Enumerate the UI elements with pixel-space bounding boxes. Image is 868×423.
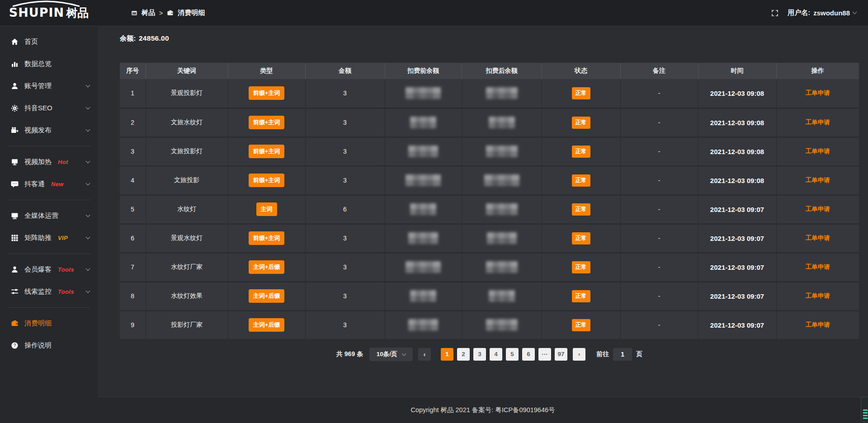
- work-order-link[interactable]: 工单申请: [806, 177, 830, 183]
- action-cell: 工单申请: [776, 253, 859, 282]
- sidebar-item[interactable]: 账号管理: [0, 75, 98, 97]
- table-header-cell: 扣费前余额: [385, 63, 462, 79]
- page-button[interactable]: 1: [441, 348, 453, 361]
- balance-before-cell: [385, 195, 462, 224]
- sidebar-item[interactable]: 视频发布: [0, 119, 98, 141]
- prev-page-button[interactable]: ‹: [418, 348, 431, 361]
- table-header-row: 序号关键词类型金额扣费前余额扣费后余额状态备注时间操作: [120, 63, 859, 79]
- goto-page-input[interactable]: [613, 348, 632, 361]
- table-header-cell: 关键词: [146, 63, 228, 79]
- type-cell: 主词+后缀: [228, 253, 305, 282]
- work-order-link[interactable]: 工单申请: [806, 206, 830, 212]
- type-badge: 主词+后缀: [249, 289, 285, 303]
- balance-value: 24856.00: [139, 34, 169, 42]
- sidebar-item[interactable]: 数据总览: [0, 53, 98, 75]
- sliders-icon: [11, 288, 19, 296]
- module-icon: [131, 10, 137, 16]
- masked-balance-after: [489, 117, 515, 128]
- table-header-cell: 操作: [776, 63, 859, 79]
- status-badge: 正常: [572, 146, 590, 158]
- time-cell: 2021-12-03 09:08: [698, 79, 776, 108]
- breadcrumb-root[interactable]: 树品: [142, 9, 155, 17]
- time-cell: 2021-12-03 09:07: [698, 195, 776, 224]
- widget-bars-icon: [863, 409, 868, 419]
- breadcrumb-current[interactable]: 消费明细: [178, 9, 205, 17]
- masked-balance-after: [489, 290, 515, 302]
- type-cell: 主词+后缀: [228, 282, 305, 310]
- amount-cell: 3: [305, 166, 385, 195]
- wallet-icon: [167, 9, 174, 16]
- work-order-link[interactable]: 工单申请: [806, 148, 830, 155]
- note-cell: -: [620, 195, 698, 224]
- page-button[interactable]: 97: [555, 348, 567, 361]
- work-order-link[interactable]: 工单申请: [806, 292, 830, 299]
- status-badge: 正常: [572, 117, 590, 129]
- sidebar-item-label: 线索监控: [24, 287, 52, 296]
- copyright-text: Copyright 树品 2021 备案号: 粤ICP备09019646号: [410, 406, 555, 414]
- amount-cell: 3: [305, 282, 385, 310]
- goto-label: 前往: [596, 350, 609, 358]
- time-cell: 2021-12-03 09:07: [698, 224, 776, 253]
- sidebar-item[interactable]: 消费明细: [0, 312, 98, 334]
- sidebar-item[interactable]: 首页: [0, 31, 98, 53]
- page-button[interactable]: 6: [522, 348, 535, 361]
- sidebar-item[interactable]: 抖音SEO: [0, 97, 98, 119]
- consumption-table: 序号关键词类型金额扣费前余额扣费后余额状态备注时间操作 1 景观投影灯 前缀+主…: [120, 63, 859, 340]
- table-header-cell: 序号: [120, 63, 146, 79]
- breadcrumb: 树品 > 消费明细: [131, 9, 205, 17]
- sidebar-item[interactable]: 视频加热 Hot: [0, 151, 98, 173]
- time-cell: 2021-12-03 09:07: [698, 310, 776, 339]
- sidebar-item-label: 视频加热: [24, 158, 52, 166]
- status-cell: 正常: [542, 253, 620, 282]
- fullscreen-icon[interactable]: [771, 9, 778, 17]
- table-header-cell: 金额: [305, 63, 385, 79]
- page-button[interactable]: 2: [457, 348, 470, 361]
- sidebar-item[interactable]: 抖客通 New: [0, 173, 98, 195]
- chevron-down-icon: [402, 352, 406, 356]
- pagination-total: 共 969 条: [336, 350, 363, 358]
- page-button[interactable]: 4: [490, 348, 502, 361]
- footer: Copyright 树品 2021 备案号: 粤ICP备09019646号: [98, 397, 868, 423]
- keyword-cell: 文旅投影灯: [146, 137, 228, 166]
- work-order-link[interactable]: 工单申请: [806, 263, 830, 270]
- work-order-link[interactable]: 工单申请: [806, 321, 830, 328]
- balance-after-cell: [462, 224, 542, 253]
- status-badge: 正常: [572, 203, 590, 216]
- floating-widget[interactable]: [861, 397, 868, 422]
- masked-balance-after: [484, 174, 519, 186]
- user-menu[interactable]: 用户名: zswodun88: [788, 9, 856, 17]
- status-cell: 正常: [542, 282, 620, 310]
- sidebar-item-badge: Tools: [58, 288, 74, 295]
- sidebar-divider: [7, 200, 90, 200]
- sidebar-item[interactable]: 矩阵助推 VIP: [0, 227, 98, 249]
- sidebar-item[interactable]: 会员爆客 Tools: [0, 258, 98, 281]
- page-size-select[interactable]: 10条/页: [369, 348, 413, 361]
- sidebar-item[interactable]: 线索监控 Tools: [0, 281, 98, 303]
- work-order-link[interactable]: 工单申请: [806, 235, 830, 241]
- status-cell: 正常: [542, 137, 620, 166]
- balance: 余额:24856.00: [120, 34, 859, 43]
- user-icon: [11, 82, 19, 90]
- work-order-link[interactable]: 工单申请: [806, 119, 830, 126]
- username-label: 用户名:: [788, 9, 810, 17]
- sidebar-item[interactable]: 全媒体运营: [0, 205, 98, 227]
- topbar: SHUPIN 树品 树品 > 消费明细 用户名: zswodun88: [0, 0, 868, 26]
- status-badge: 正常: [572, 87, 590, 99]
- sidebar-item[interactable]: ? 操作说明: [0, 334, 98, 357]
- masked-balance-before: [406, 87, 441, 99]
- action-cell: 工单申请: [776, 310, 859, 339]
- type-cell: 前缀+主词: [228, 108, 305, 137]
- next-page-button[interactable]: ›: [573, 348, 585, 361]
- keyword-cell: 水纹灯效果: [146, 282, 228, 310]
- page-button[interactable]: 5: [506, 348, 519, 361]
- table-header-cell: 状态: [542, 63, 620, 79]
- page-button[interactable]: ···: [538, 348, 551, 361]
- masked-balance-before: [408, 146, 438, 157]
- note-cell: -: [620, 253, 698, 282]
- amount-cell: 3: [305, 224, 385, 253]
- page-button[interactable]: 3: [473, 348, 486, 361]
- work-order-link[interactable]: 工单申请: [806, 89, 830, 96]
- keyword-cell: 景观水纹灯: [146, 224, 228, 253]
- status-badge: 正常: [572, 290, 590, 302]
- type-badge: 前缀+主词: [249, 174, 285, 187]
